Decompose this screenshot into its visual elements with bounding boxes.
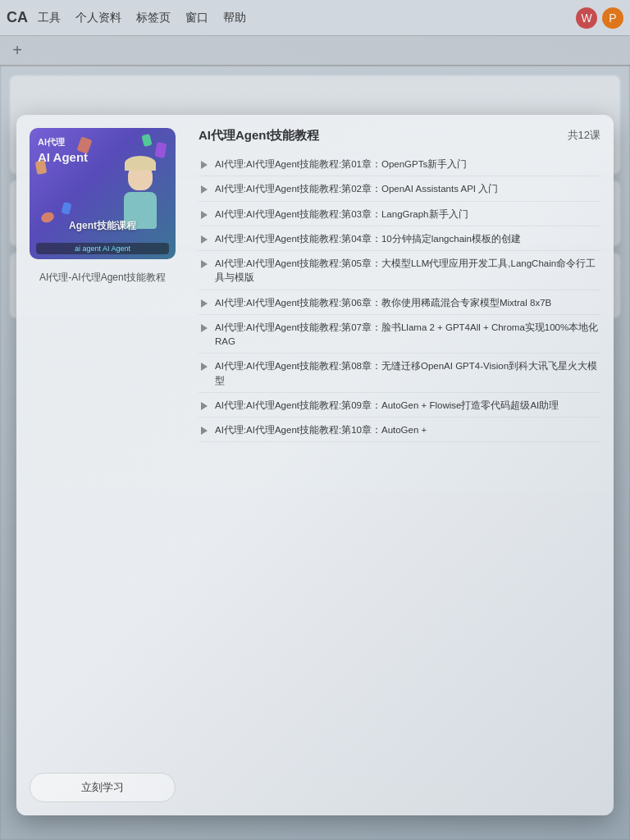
menu-items: 工具 个人资料 标签页 窗口 帮助 (38, 11, 246, 25)
lesson-item[interactable]: AI代理:AI代理Agent技能教程:第01章：OpenGPTs新手入门 (199, 153, 600, 176)
play-icon (199, 400, 210, 412)
play-icon (199, 184, 210, 195)
lesson-text: AI代理:AI代理Agent技能教程:第04章：10分钟搞定langchain模… (215, 232, 521, 246)
obj-5 (61, 202, 71, 215)
lesson-text: AI代理:AI代理Agent技能教程:第09章：AutoGen + Flowis… (215, 399, 559, 413)
right-panel: AI代理Agent技能教程 共12课 AI代理:AI代理Agent技能教程:第0… (189, 115, 614, 815)
menu-bar-icons: W P (576, 7, 623, 29)
tab-bar: + (0, 36, 630, 66)
thumbnail-subtitle: Agent技能课程 (36, 219, 169, 233)
thumbnail-line1: AI代理 (38, 136, 88, 148)
main-card: AI代理 AI Agent Agent技能课程 ai agent AI Agen… (16, 115, 614, 815)
course-label: AI代理-AI代理Agent技能教程 (30, 271, 176, 285)
lesson-item[interactable]: AI代理:AI代理Agent技能教程:第10章：AutoGen + (199, 419, 600, 442)
menu-item-help[interactable]: 帮助 (223, 11, 246, 25)
course-thumbnail: AI代理 AI Agent Agent技能课程 ai agent AI Agen… (30, 128, 176, 259)
lesson-item[interactable]: AI代理:AI代理Agent技能教程:第07章：脸书Llama 2 + GPT4… (199, 317, 600, 354)
lesson-item[interactable]: AI代理:AI代理Agent技能教程:第05章：大模型LLM代理应用开发工具,L… (199, 253, 600, 290)
lesson-text: AI代理:AI代理Agent技能教程:第07章：脸书Llama 2 + GPT4… (215, 321, 600, 349)
lesson-text: AI代理:AI代理Agent技能教程:第06章：教你使用稀疏混合专家模型Mixt… (215, 296, 551, 310)
menu-item-window[interactable]: 窗口 (185, 11, 208, 25)
play-icon (199, 322, 210, 334)
play-icon (199, 234, 210, 245)
lesson-item[interactable]: AI代理:AI代理Agent技能教程:第06章：教你使用稀疏混合专家模型Mixt… (199, 292, 600, 315)
thumbnail-text-ai: AI代理 AI Agent (38, 136, 88, 166)
mac-screen: CA 工具 个人资料 标签页 窗口 帮助 W P + (0, 0, 630, 840)
lesson-text: AI代理:AI代理Agent技能教程:第01章：OpenGPTs新手入门 (215, 158, 467, 171)
figure-hair (125, 156, 156, 171)
figure-head (128, 162, 153, 190)
course-title: AI代理Agent技能教程 (199, 128, 320, 144)
obj-3 (155, 142, 167, 158)
lesson-list: AI代理:AI代理Agent技能教程:第01章：OpenGPTs新手入门AI代理… (199, 153, 600, 442)
play-icon (199, 361, 210, 372)
course-count: 共12课 (568, 128, 600, 143)
wechat-icon[interactable]: W (576, 7, 597, 29)
card-content: AI代理 AI Agent Agent技能课程 ai agent AI Agen… (16, 115, 614, 815)
play-icon (199, 159, 210, 171)
profile-icon[interactable]: P (602, 7, 623, 29)
course-header: AI代理Agent技能教程 共12课 (199, 128, 600, 144)
ca-label: CA (7, 9, 28, 26)
lesson-item[interactable]: AI代理:AI代理Agent技能教程:第08章：无缝迁移OpenAI GPT4-… (199, 355, 600, 393)
play-icon (199, 209, 210, 221)
play-icon (199, 298, 210, 309)
browser-content: AI代理 AI Agent Agent技能课程 ai agent AI Agen… (0, 66, 630, 840)
lesson-item[interactable]: AI代理:AI代理Agent技能教程:第02章：OpenAI Assistant… (199, 178, 600, 201)
lesson-item[interactable]: AI代理:AI代理Agent技能教程:第03章：LangGraph新手入门 (199, 203, 600, 226)
new-tab-button[interactable]: + (7, 40, 28, 62)
menu-item-profile[interactable]: 个人资料 (75, 11, 121, 25)
obj-2 (141, 134, 152, 147)
thumbnail-line2: AI Agent (38, 148, 88, 166)
lesson-text: AI代理:AI代理Agent技能教程:第02章：OpenAI Assistant… (215, 182, 498, 196)
lesson-text: AI代理:AI代理Agent技能教程:第05章：大模型LLM代理应用开发工具,L… (215, 257, 600, 285)
menu-item-tools[interactable]: 工具 (38, 11, 61, 25)
lesson-item[interactable]: AI代理:AI代理Agent技能教程:第09章：AutoGen + Flowis… (199, 395, 600, 418)
menu-bar: CA 工具 个人资料 标签页 窗口 帮助 W P (0, 0, 630, 36)
thumbnail-badge: ai agent AI Agent (36, 243, 169, 254)
lesson-text: AI代理:AI代理Agent技能教程:第08章：无缝迁移OpenAI GPT4-… (215, 359, 600, 388)
lesson-item[interactable]: AI代理:AI代理Agent技能教程:第04章：10分钟搞定langchain模… (199, 228, 600, 251)
menu-item-tabs[interactable]: 标签页 (136, 11, 171, 25)
play-icon (199, 425, 210, 436)
lesson-text: AI代理:AI代理Agent技能教程:第10章：AutoGen + (215, 423, 427, 437)
left-panel: AI代理 AI Agent Agent技能课程 ai agent AI Agen… (16, 115, 189, 815)
play-icon (199, 258, 210, 270)
lesson-text: AI代理:AI代理Agent技能教程:第03章：LangGraph新手入门 (215, 208, 468, 221)
study-button[interactable]: 立刻学习 (30, 773, 176, 802)
